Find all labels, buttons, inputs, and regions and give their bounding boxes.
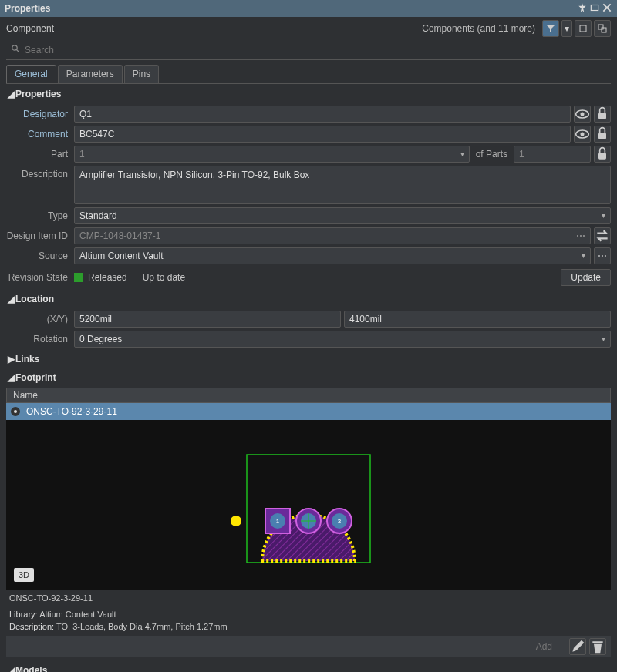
footprint-actions: Add bbox=[6, 636, 611, 657]
edit-footprint-button[interactable] bbox=[569, 638, 586, 655]
view-3d-button[interactable]: 3D bbox=[14, 568, 34, 582]
svg-rect-2 bbox=[598, 25, 603, 29]
y-field[interactable] bbox=[344, 311, 611, 328]
uptodate-text: Up to date bbox=[143, 272, 185, 283]
designitemid-field[interactable]: CMP-1048-01437-1⋯ bbox=[74, 227, 591, 244]
label-revisionstate: Revision State bbox=[6, 272, 74, 283]
lock-designator-button[interactable] bbox=[594, 106, 611, 123]
svg-text:1: 1 bbox=[276, 518, 280, 525]
caret-down-icon: ◢ bbox=[8, 89, 15, 99]
tab-parameters[interactable]: Parameters bbox=[58, 65, 123, 83]
delete-footprint-button[interactable] bbox=[589, 638, 606, 655]
search-icon bbox=[11, 44, 20, 55]
svg-line-5 bbox=[17, 50, 20, 53]
visibility-comment-button[interactable] bbox=[574, 126, 591, 143]
svg-rect-1 bbox=[580, 25, 586, 32]
section-models[interactable]: ◢ Models bbox=[3, 662, 614, 672]
label-ofparts: of Parts bbox=[470, 149, 514, 160]
footprint-display-name: ONSC-TO-92-3-29-11 bbox=[9, 593, 608, 604]
pin-icon[interactable] bbox=[577, 2, 588, 15]
panel-titlebar: Properties bbox=[0, 0, 617, 17]
filter-button[interactable] bbox=[542, 20, 559, 37]
visibility-designator-button[interactable] bbox=[574, 106, 591, 123]
panel-title: Properties bbox=[5, 3, 575, 14]
swap-button[interactable] bbox=[594, 227, 611, 244]
label-rotation: Rotation bbox=[6, 334, 74, 344]
svg-point-7 bbox=[581, 113, 585, 116]
caret-down-icon: ◢ bbox=[8, 294, 15, 304]
footprint-list-header: Name bbox=[6, 388, 611, 403]
caret-right-icon: ▶ bbox=[8, 354, 15, 365]
part-field[interactable]: 1 bbox=[74, 146, 470, 163]
released-text: Released bbox=[88, 272, 127, 283]
lock-comment-button[interactable] bbox=[594, 126, 611, 143]
update-button[interactable]: Update bbox=[561, 269, 611, 286]
add-label: Add bbox=[536, 641, 552, 652]
svg-rect-12 bbox=[598, 153, 606, 159]
label-comment: Comment bbox=[6, 129, 74, 139]
svg-rect-3 bbox=[602, 28, 606, 32]
ofparts-field: 1 bbox=[514, 146, 591, 163]
label-designitemid: Design Item ID bbox=[6, 230, 74, 241]
svg-rect-8 bbox=[598, 113, 606, 119]
filter-info: Components (and 11 more) bbox=[422, 23, 535, 34]
status-square-icon bbox=[74, 273, 83, 282]
caret-down-icon: ◢ bbox=[8, 372, 15, 383]
designator-field[interactable] bbox=[74, 106, 571, 123]
object-type-label: Component bbox=[6, 23, 422, 34]
tab-pins[interactable]: Pins bbox=[124, 65, 159, 83]
footprint-name: ONSC-TO-92-3-29-11 bbox=[26, 406, 117, 417]
comment-field[interactable] bbox=[74, 126, 571, 143]
label-part: Part bbox=[6, 149, 74, 160]
rotation-field[interactable]: 0 Degrees bbox=[74, 331, 611, 348]
select-mode-1-button[interactable] bbox=[575, 20, 592, 37]
section-footprint[interactable]: ◢ Footprint bbox=[3, 369, 614, 386]
section-links[interactable]: ▶ Links bbox=[3, 351, 614, 368]
x-field[interactable] bbox=[74, 311, 341, 328]
footprint-graphic: 1 3 bbox=[231, 439, 386, 570]
lock-part-button[interactable] bbox=[594, 146, 611, 163]
label-designator: Designator bbox=[6, 109, 74, 119]
svg-point-10 bbox=[581, 133, 585, 136]
label-type: Type bbox=[6, 210, 74, 221]
section-location[interactable]: ◢ Location bbox=[3, 291, 614, 307]
tabs: General Parameters Pins bbox=[6, 65, 611, 83]
label-source: Source bbox=[6, 250, 74, 261]
footprint-preview: 1 3 3D bbox=[6, 420, 611, 590]
search-row bbox=[6, 40, 611, 60]
footprint-row[interactable]: ONSC-TO-92-3-29-11 bbox=[6, 403, 611, 420]
source-more-button[interactable]: ⋯ bbox=[594, 247, 611, 264]
section-properties[interactable]: ◢ Properties bbox=[3, 86, 614, 102]
radio-selected-icon[interactable] bbox=[11, 407, 20, 416]
header-row: Component Components (and 11 more) ▾ bbox=[0, 17, 617, 40]
svg-text:3: 3 bbox=[338, 518, 342, 525]
label-description: Description bbox=[6, 166, 74, 180]
filter-dropdown-button[interactable]: ▾ bbox=[561, 20, 572, 37]
dock-icon[interactable] bbox=[589, 2, 600, 15]
svg-point-26 bbox=[231, 516, 241, 526]
description-field[interactable]: Amplifier Transistor, NPN Silicon, 3-Pin… bbox=[74, 166, 611, 204]
svg-point-4 bbox=[12, 45, 17, 50]
tab-general[interactable]: General bbox=[6, 65, 56, 83]
svg-rect-0 bbox=[591, 5, 598, 10]
select-mode-2-button[interactable] bbox=[594, 20, 611, 37]
search-input[interactable] bbox=[25, 45, 611, 55]
type-field[interactable]: Standard bbox=[74, 207, 611, 224]
close-icon[interactable] bbox=[602, 2, 612, 15]
label-xy: (X/Y) bbox=[6, 314, 74, 324]
source-field[interactable]: Altium Content Vault bbox=[74, 247, 591, 264]
svg-rect-11 bbox=[598, 133, 606, 139]
caret-down-icon: ◢ bbox=[8, 665, 15, 672]
footprint-info: ONSC-TO-92-3-29-11 Library: Altium Conte… bbox=[9, 593, 608, 633]
